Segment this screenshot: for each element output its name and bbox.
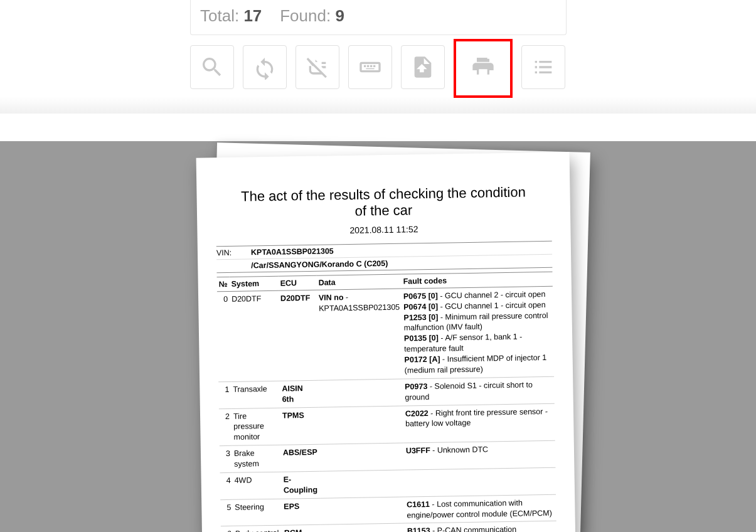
search-button[interactable] <box>190 45 234 89</box>
total-value: 17 <box>243 6 262 25</box>
cell-num: 4 <box>220 472 233 499</box>
vehicle-path: /Car/SSANGYONG/Korando C (C205) <box>251 259 388 270</box>
list-icon <box>531 55 556 80</box>
report-title: The act of the results of checking the c… <box>215 184 551 222</box>
cell-faults <box>404 467 556 497</box>
header-system: System <box>230 276 279 291</box>
vehicle-label <box>216 261 251 270</box>
cell-num: 1 <box>218 381 232 408</box>
cell-num: 6 <box>221 526 234 532</box>
cell-data <box>319 406 404 445</box>
document-background: The act of the results of checking the c… <box>0 141 756 532</box>
refresh-button[interactable] <box>243 45 287 89</box>
vin-label: VIN: <box>216 248 251 257</box>
refresh-icon <box>252 55 277 80</box>
cell-data <box>321 523 406 532</box>
cell-faults: P0675 [0] - GCU channel 2 - circuit open… <box>402 286 554 379</box>
keyboard-icon <box>358 55 383 80</box>
list-button[interactable] <box>521 45 565 89</box>
cell-num: 3 <box>220 446 233 473</box>
cell-faults: C1611 - Lost communication with engine/p… <box>405 494 556 524</box>
cell-system: Tire pressure monitor <box>232 408 281 446</box>
total-label: Total: <box>200 6 239 25</box>
print-button-highlight <box>454 39 513 98</box>
export-doc-icon <box>410 55 435 80</box>
cell-data <box>319 443 405 471</box>
cell-data <box>319 470 405 498</box>
print-button[interactable] <box>471 55 496 82</box>
keyboard-button[interactable] <box>348 45 392 89</box>
cell-faults: P0973 - Solenoid S1 - circuit short to g… <box>403 376 555 406</box>
toolbar <box>190 45 756 98</box>
cell-ecu: D20DTF <box>279 290 318 381</box>
found-label: Found: <box>280 6 331 25</box>
top-panel: Total: 17 Found: 9 <box>0 0 756 114</box>
search-icon <box>200 55 225 80</box>
cell-num: 2 <box>219 408 232 446</box>
unplug-icon <box>305 55 330 80</box>
header-ecu: ECU <box>278 275 316 290</box>
header-data: Data <box>316 274 401 290</box>
header-num: № <box>217 277 230 291</box>
cell-ecu: AISIN 6th <box>280 380 319 408</box>
found-value: 9 <box>335 6 344 25</box>
cell-faults: B1153 - P-CAN communication interruption… <box>405 521 557 532</box>
cell-ecu: EPS <box>282 498 321 526</box>
cell-faults: C2022 - Right front tire pressure sensor… <box>403 403 555 443</box>
cell-ecu: BCM (Diesel) <box>282 525 321 532</box>
cell-system: Brake system <box>232 445 282 472</box>
cell-num: 5 <box>220 499 233 526</box>
vin-value: KPTA0A1SSBP021305 <box>251 247 334 257</box>
cell-faults: U3FFF - Unknown DTC <box>404 440 556 470</box>
cell-ecu: TPMS <box>280 407 319 445</box>
report-date: 2021.08.11 11:52 <box>216 222 551 237</box>
print-icon <box>471 55 496 80</box>
cell-system: Transaxle <box>231 381 280 408</box>
cell-ecu: ABS/ESP <box>281 444 320 472</box>
export-button[interactable] <box>401 45 445 89</box>
report-page: The act of the results of checking the c… <box>196 152 577 532</box>
cell-data <box>318 379 403 407</box>
stats-box: Total: 17 Found: 9 <box>190 0 567 35</box>
vin-block: VIN: KPTA0A1SSBP021305 /Car/SSANGYONG/Ko… <box>216 241 553 273</box>
stats-text: Total: 17 Found: 9 <box>200 6 556 26</box>
cell-system: Body control module <box>233 526 283 532</box>
cell-system: Steering <box>233 499 282 526</box>
cell-system: 4WD <box>232 472 282 499</box>
table-row: 0D20DTFD20DTFVIN no - KPTA0A1SSBP021305P… <box>217 286 554 381</box>
cell-data <box>320 497 405 525</box>
cell-system: D20DTF <box>230 290 280 381</box>
cell-ecu: E-Coupling <box>281 471 320 499</box>
report-table: № System ECU Data Fault codes 0D20DTFD20… <box>217 272 558 532</box>
table-row: 2Tire pressure monitorTPMSC2022 - Right … <box>219 403 555 446</box>
disconnect-button[interactable] <box>295 45 339 89</box>
cell-num: 0 <box>217 291 231 381</box>
cell-data: VIN no - KPTA0A1SSBP021305 <box>317 289 403 380</box>
